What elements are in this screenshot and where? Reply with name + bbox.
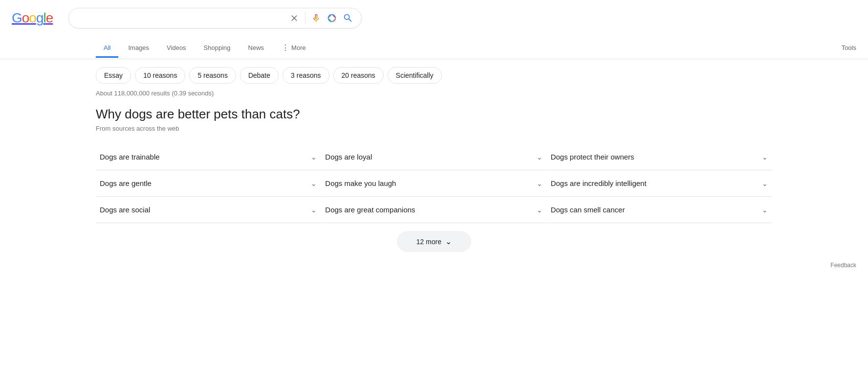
search-input[interactable]: why dogs are better pets than cats	[77, 14, 283, 23]
accordion-item-intelligent[interactable]: Dogs are incredibly intelligent ⌄	[547, 170, 772, 197]
accordion-item-gentle[interactable]: Dogs are gentle ⌄	[96, 170, 321, 197]
accordion-item-social[interactable]: Dogs are social ⌄	[96, 197, 321, 223]
featured-sub: From sources across the web	[96, 125, 772, 132]
accordion-item-trainable[interactable]: Dogs are trainable ⌄	[96, 144, 321, 170]
accordion-grid: Dogs are trainable ⌄ Dogs are gentle ⌄ D…	[96, 144, 772, 223]
search-bar-wrapper: why dogs are better pets than cats	[68, 8, 362, 28]
chevron-down-icon: ⌄	[537, 206, 542, 214]
results-count: About 118,000,000 results (0.39 seconds)	[96, 90, 772, 97]
chevron-down-icon: ⌄	[445, 237, 452, 246]
search-bar: why dogs are better pets than cats	[68, 8, 362, 28]
logo-o1: o	[22, 10, 29, 26]
accordion-item-laugh[interactable]: Dogs make you laugh ⌄	[321, 170, 546, 197]
nav-tabs: All Images Videos Shopping News ⋮ More T…	[0, 36, 868, 59]
svg-point-2	[330, 17, 333, 20]
accordion-col-0: Dogs are trainable ⌄ Dogs are gentle ⌄ D…	[96, 144, 321, 223]
chevron-down-icon: ⌄	[537, 180, 542, 187]
accordion-item-loyal[interactable]: Dogs are loyal ⌄	[321, 144, 546, 170]
logo-g: G	[12, 10, 22, 26]
accordion-item-protect[interactable]: Dogs protect their owners ⌄	[547, 144, 772, 170]
chevron-down-icon: ⌄	[537, 153, 542, 161]
logo-e: e	[46, 10, 53, 26]
filter-chips-row: Essay 10 reasons 5 reasons Debate 3 reas…	[0, 59, 868, 90]
tab-tools[interactable]: Tools	[834, 39, 868, 58]
clear-button[interactable]	[289, 13, 299, 23]
results-area: About 118,000,000 results (0.39 seconds)…	[0, 90, 868, 223]
chip-scientifically[interactable]: Scientifically	[388, 67, 442, 84]
tab-news[interactable]: News	[240, 39, 272, 58]
accordion-item-cancer[interactable]: Dogs can smell cancer ⌄	[547, 197, 772, 223]
logo-o2: o	[29, 10, 36, 26]
chip-3-reasons[interactable]: 3 reasons	[282, 67, 329, 84]
feedback-row: Feedback	[0, 260, 868, 280]
chevron-down-icon: ⌄	[311, 180, 317, 187]
accordion-col-1: Dogs are loyal ⌄ Dogs make you laugh ⌄ D…	[321, 144, 546, 223]
chevron-down-icon: ⌄	[762, 153, 768, 161]
microphone-icon[interactable]	[311, 13, 321, 23]
featured-question: Why dogs are better pets than cats?	[96, 107, 772, 122]
tab-images[interactable]: Images	[120, 39, 157, 58]
chevron-down-icon: ⌄	[311, 153, 317, 161]
chip-essay[interactable]: Essay	[96, 67, 131, 84]
logo-g2: g	[36, 10, 43, 26]
tab-all[interactable]: All	[96, 39, 118, 58]
google-logo[interactable]: Google	[12, 10, 57, 26]
chevron-down-icon: ⌄	[311, 206, 317, 214]
tab-more[interactable]: ⋮ More	[274, 38, 314, 59]
chip-20-reasons[interactable]: 20 reasons	[333, 67, 384, 84]
accordion-col-2: Dogs protect their owners ⌄ Dogs are inc…	[547, 144, 772, 223]
more-button[interactable]: 12 more ⌄	[397, 231, 471, 252]
chevron-down-icon: ⌄	[762, 206, 768, 214]
more-row: 12 more ⌄	[0, 223, 868, 260]
tab-videos[interactable]: Videos	[159, 39, 194, 58]
chip-debate[interactable]: Debate	[240, 67, 279, 84]
search-button[interactable]	[343, 13, 353, 23]
tab-shopping[interactable]: Shopping	[196, 39, 239, 58]
chip-5-reasons[interactable]: 5 reasons	[189, 67, 236, 84]
lens-icon[interactable]	[327, 13, 337, 23]
more-dots-icon: ⋮	[282, 43, 289, 52]
chevron-down-icon: ⌄	[762, 180, 768, 187]
accordion-item-companions[interactable]: Dogs are great companions ⌄	[321, 197, 546, 223]
chip-10-reasons[interactable]: 10 reasons	[135, 67, 185, 84]
feedback-link[interactable]: Feedback	[830, 262, 856, 269]
more-button-label: 12 more	[416, 238, 441, 246]
search-divider	[305, 12, 305, 24]
header: Google why dogs are better pets than cat…	[0, 0, 868, 36]
